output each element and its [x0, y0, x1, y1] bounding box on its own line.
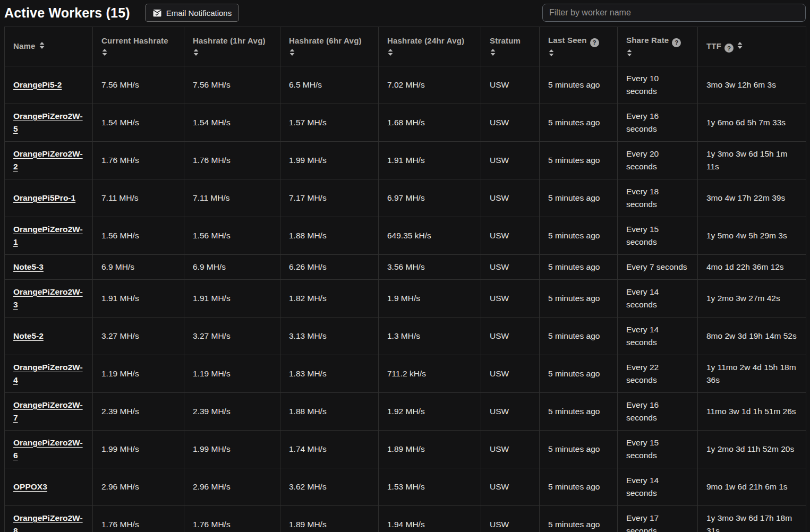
sort-arrows-icon[interactable] [289, 48, 295, 58]
cell-share-rate: Every 20 seconds [618, 141, 698, 179]
cell-name: OPPOX3 [5, 468, 93, 505]
worker-link[interactable]: OrangePiZero2W-5 [13, 111, 83, 133]
cell-hashrate-24hr: 1.92 MH/s [379, 392, 481, 430]
sort-line [387, 48, 472, 58]
worker-link[interactable]: OrangePi5Pro-1 [13, 193, 75, 202]
worker-link[interactable]: Note5-2 [13, 331, 44, 340]
table-body: OrangePi5-27.56 MH/s7.56 MH/s6.5 MH/s7.0… [5, 66, 806, 532]
worker-link[interactable]: OrangePiZero2W-7 [13, 400, 83, 422]
column-label: TTF [706, 41, 721, 50]
column-header-current-hashrate[interactable]: Current Hashrate [93, 27, 184, 66]
column-header-hashrate-1hr-avg[interactable]: Hashrate (1hr Avg) [184, 27, 280, 66]
cell-ttf: 11mo 3w 1d 1h 51m 26s [698, 392, 806, 430]
email-check-icon [152, 8, 162, 18]
column-label: Hashrate (6hr Avg) [289, 36, 362, 45]
cell-hashrate-24hr: 1.89 MH/s [379, 430, 481, 468]
column-label: Hashrate (24hr Avg) [387, 36, 464, 45]
cell-hashrate-1hr: 1.54 MH/s [184, 104, 280, 141]
sort-arrows-icon[interactable] [101, 48, 108, 58]
cell-current-hashrate: 1.91 MH/s [93, 279, 184, 317]
question-mark-icon[interactable]: ? [672, 38, 681, 47]
worker-link[interactable]: OrangePiZero2W-4 [13, 363, 83, 384]
sort-arrows-icon[interactable] [490, 48, 496, 58]
cell-share-rate: Every 7 seconds [618, 254, 698, 279]
worker-link[interactable]: OrangePiZero2W-6 [13, 438, 83, 460]
cell-ttf: 1y 2mo 3d 11h 52m 20s [698, 430, 806, 468]
cell-current-hashrate: 7.56 MH/s [93, 66, 184, 104]
cell-current-hashrate: 1.19 MH/s [93, 355, 184, 392]
cell-current-hashrate: 1.54 MH/s [93, 104, 184, 141]
cell-last-seen: 5 minutes ago [540, 279, 618, 317]
cell-stratum: USW [481, 279, 540, 317]
table-row: OrangePiZero2W-61.99 MH/s1.99 MH/s1.74 M… [5, 430, 806, 468]
worker-link[interactable]: Note5-3 [13, 262, 44, 271]
column-header-share-rate[interactable]: Share Rate? [618, 27, 698, 66]
cell-hashrate-6hr: 1.88 MH/s [280, 217, 379, 254]
cell-ttf: 9mo 1w 6d 21h 6m 1s [698, 468, 806, 505]
worker-link[interactable]: OrangePiZero2W-2 [13, 149, 83, 171]
table-row: OrangePi5-27.56 MH/s7.56 MH/s6.5 MH/s7.0… [5, 66, 806, 104]
cell-hashrate-24hr: 6.97 MH/s [379, 179, 481, 217]
column-header-hashrate-24hr-avg[interactable]: Hashrate (24hr Avg) [379, 27, 481, 66]
cell-hashrate-6hr: 1.89 MH/s [280, 505, 379, 532]
cell-current-hashrate: 3.27 MH/s [93, 317, 184, 355]
sort-line [548, 49, 609, 58]
column-header-ttf[interactable]: TTF? [698, 27, 806, 66]
cell-share-rate: Every 10 seconds [618, 66, 698, 104]
cell-ttf: 1y 5mo 4w 5h 29m 3s [698, 217, 806, 254]
cell-name: OrangePiZero2W-6 [5, 430, 93, 468]
column-header-hashrate-6hr-avg[interactable]: Hashrate (6hr Avg) [280, 27, 379, 66]
worker-link[interactable]: OrangePiZero2W-8 [13, 513, 83, 532]
cell-name: OrangePiZero2W-5 [5, 104, 93, 141]
column-label: Current Hashrate [101, 36, 168, 45]
cell-hashrate-1hr: 7.11 MH/s [184, 179, 280, 217]
cell-share-rate: Every 15 seconds [618, 217, 698, 254]
cell-name: OrangePi5Pro-1 [5, 179, 93, 217]
cell-hashrate-24hr: 3.56 MH/s [379, 254, 481, 279]
sort-arrows-icon[interactable] [193, 48, 199, 58]
table-row: OrangePiZero2W-51.54 MH/s1.54 MH/s1.57 M… [5, 104, 806, 141]
cell-hashrate-24hr: 711.2 kH/s [379, 355, 481, 392]
cell-hashrate-6hr: 6.26 MH/s [280, 254, 379, 279]
cell-current-hashrate: 2.96 MH/s [93, 468, 184, 505]
column-label: Stratum [490, 36, 521, 45]
column-label: Hashrate (1hr Avg) [193, 36, 266, 45]
column-header-last-seen[interactable]: Last Seen? [540, 27, 618, 66]
cell-hashrate-1hr: 3.27 MH/s [184, 317, 280, 355]
worker-link[interactable]: OPPOX3 [13, 482, 47, 491]
cell-name: OrangePiZero2W-3 [5, 279, 93, 317]
worker-link[interactable]: OrangePiZero2W-1 [13, 225, 83, 246]
cell-ttf: 1y 6mo 6d 5h 7m 33s [698, 104, 806, 141]
active-workers-table: NameCurrent HashrateHashrate (1hr Avg)Ha… [4, 27, 806, 532]
cell-current-hashrate: 2.39 MH/s [93, 392, 184, 430]
email-notifications-label: Email Notifications [166, 8, 232, 18]
worker-link[interactable]: OrangePiZero2W-3 [13, 287, 83, 309]
cell-name: Note5-2 [5, 317, 93, 355]
sort-arrows-icon[interactable] [737, 41, 743, 53]
table-row: OrangePiZero2W-81.76 MH/s1.76 MH/s1.89 M… [5, 505, 806, 532]
sort-line [101, 48, 175, 58]
cell-hashrate-6hr: 7.17 MH/s [280, 179, 379, 217]
question-mark-icon[interactable]: ? [724, 44, 734, 53]
cell-last-seen: 5 minutes ago [540, 254, 618, 279]
cell-hashrate-6hr: 1.82 MH/s [280, 279, 379, 317]
column-header-name[interactable]: Name [5, 27, 93, 66]
sort-line [626, 49, 689, 58]
table-row: OrangePiZero2W-72.39 MH/s2.39 MH/s1.88 M… [5, 392, 806, 430]
worker-link[interactable]: OrangePi5-2 [13, 80, 62, 89]
question-mark-icon[interactable]: ? [590, 38, 599, 47]
sort-arrows-icon[interactable] [626, 49, 633, 58]
cell-ttf: 3mo 3w 12h 6m 3s [698, 66, 806, 104]
cell-last-seen: 5 minutes ago [540, 430, 618, 468]
cell-stratum: USW [481, 505, 540, 532]
filter-worker-input[interactable] [542, 4, 806, 22]
sort-arrows-icon[interactable] [548, 49, 555, 58]
sort-line [490, 48, 531, 58]
sort-arrows-icon[interactable] [39, 41, 45, 53]
page-title: Active Workers (15) [4, 5, 130, 21]
email-notifications-button[interactable]: Email Notifications [145, 4, 239, 22]
cell-name: Note5-3 [5, 254, 93, 279]
sort-arrows-icon[interactable] [387, 48, 394, 58]
column-header-stratum[interactable]: Stratum [481, 27, 540, 66]
cell-last-seen: 5 minutes ago [540, 468, 618, 505]
